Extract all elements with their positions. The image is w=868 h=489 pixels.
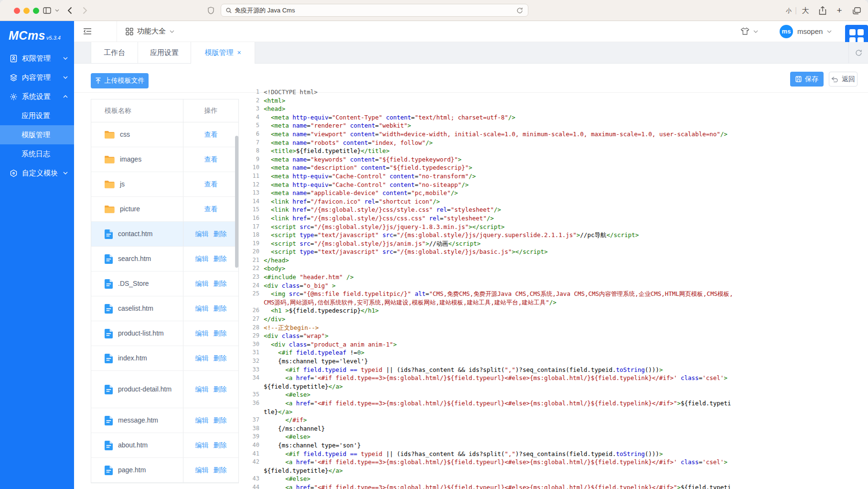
table-row-product-list.htm[interactable]: product-list.htm编辑删除 — [91, 321, 238, 346]
app-menu-trigger[interactable]: 功能大全 — [126, 21, 174, 42]
sidebar-subitem-应用设置[interactable]: 应用设置 — [0, 106, 74, 125]
code-line-19[interactable]: 19 <script src="/{ms:global.style/}js/an… — [241, 239, 868, 248]
tab-工作台[interactable]: 工作台 — [91, 42, 138, 63]
delete-link[interactable]: 删除 — [214, 466, 227, 475]
text-larger-button[interactable]: 大 — [801, 0, 810, 21]
view-link[interactable]: 查看 — [204, 130, 218, 139]
code-line-44[interactable]: 44 <a href="<#if field.type==3>{ms:globa… — [241, 483, 868, 489]
sidebar-item-3[interactable]: 系统设置 — [0, 87, 74, 106]
sidebar-subitem-系统日志[interactable]: 系统日志 — [0, 144, 74, 163]
code-line-31[interactable]: 31 <#if field.typeleaf !=0> — [241, 348, 868, 357]
code-line-2[interactable]: 2<html> — [241, 97, 868, 105]
table-row-search.htm[interactable]: search.htm编辑删除 — [91, 247, 238, 272]
code-line-32[interactable]: 32 {ms:channel type='level'} — [241, 357, 868, 366]
code-line-34[interactable]: 34 <a href='<#if field.type==3>{ms:globa… — [241, 374, 868, 391]
table-row-caselist.htm[interactable]: caselist.htm编辑删除 — [91, 296, 238, 321]
edit-link[interactable]: 编辑 — [195, 329, 209, 338]
edit-link[interactable]: 编辑 — [195, 280, 209, 288]
edit-link[interactable]: 编辑 — [195, 354, 209, 363]
back-button[interactable]: 返回 — [829, 72, 857, 87]
sidebar-item-1[interactable]: 权限管理 — [0, 49, 74, 68]
code-line-40[interactable]: 40 {ms:channel type='son'} — [241, 441, 868, 450]
close-icon[interactable]: × — [237, 49, 241, 56]
code-line-7[interactable]: 7 <meta name="robots" content="index, fo… — [241, 139, 868, 147]
table-row-about.htm[interactable]: about.htm编辑删除 — [91, 433, 238, 458]
delete-link[interactable]: 删除 — [214, 230, 227, 239]
table-row-.DS_Store[interactable]: .DS_Store编辑删除 — [91, 272, 238, 296]
code-line-11[interactable]: 11 <meta http-equiv="Cache-Control" cont… — [241, 172, 868, 181]
code-line-4[interactable]: 4 <meta http-equiv="Content-Type" conten… — [241, 113, 868, 122]
code-line-20[interactable]: 20 <script type="text/javascript" src="/… — [241, 248, 868, 256]
code-line-39[interactable]: 39 <#else> — [241, 433, 868, 441]
browser-forward-button[interactable] — [80, 0, 90, 21]
browser-back-button[interactable] — [65, 0, 75, 21]
user-menu[interactable]: ms msopen — [780, 21, 832, 42]
code-line-36[interactable]: 36 <a href="<#if field.type==3>{ms:globa… — [241, 399, 868, 416]
code-line-9[interactable]: 9 <meta name="keywords" content="${field… — [241, 155, 868, 164]
code-line-14[interactable]: 14 <link href="/favicon.ico" rel="shortc… — [241, 197, 868, 206]
view-link[interactable]: 查看 — [204, 205, 218, 214]
tab-模版管理[interactable]: 模版管理× — [191, 42, 255, 63]
table-row-page.htm[interactable]: page.htm编辑删除 — [91, 458, 238, 483]
code-line-25[interactable]: 25 <img src="{@ms:file field.typelitpic/… — [241, 290, 868, 306]
delete-link[interactable]: 删除 — [214, 304, 227, 313]
code-line-27[interactable]: 27</div> — [241, 315, 868, 324]
delete-link[interactable]: 删除 — [214, 385, 227, 394]
code-line-12[interactable]: 12 <meta http-equiv="Cache-Control" cont… — [241, 181, 868, 189]
code-line-13[interactable]: 13 <meta name="applicable-device" conten… — [241, 189, 868, 197]
refresh-tab-button[interactable] — [848, 42, 868, 63]
code-line-6[interactable]: 6 <meta name="viewport" content="width=d… — [241, 130, 868, 139]
edit-link[interactable]: 编辑 — [195, 416, 209, 425]
code-line-42[interactable]: 42 <a href='<#if field.type==3>{ms:globa… — [241, 458, 868, 475]
theme-switcher[interactable] — [740, 21, 758, 42]
code-line-18[interactable]: 18 <script type="text/javascript" src="/… — [241, 231, 868, 239]
code-line-1[interactable]: 1<!DOCTYPE html> — [241, 88, 868, 97]
code-line-37[interactable]: 37 </#if> — [241, 416, 868, 424]
delete-link[interactable]: 删除 — [214, 354, 227, 363]
table-row-images[interactable]: images查看 — [91, 147, 238, 172]
window-minimize-button[interactable] — [23, 8, 30, 14]
edit-link[interactable]: 编辑 — [195, 304, 209, 313]
code-line-41[interactable]: 41 <#if field.typeid == typeid || (ids?h… — [241, 450, 868, 458]
code-line-15[interactable]: 15 <link href="/{ms:global.style/}css/st… — [241, 206, 868, 214]
chevron-down-icon[interactable] — [54, 0, 60, 21]
text-smaller-button[interactable]: 小 — [784, 0, 793, 21]
share-icon[interactable] — [818, 0, 827, 21]
file-list-scrollbar[interactable] — [235, 136, 238, 268]
code-line-38[interactable]: 38 {/ms:channel} — [241, 424, 868, 433]
upload-template-button[interactable]: 上传模板文件 — [91, 73, 149, 88]
browser-sidebar-toggle-icon[interactable] — [41, 0, 53, 21]
edit-link[interactable]: 编辑 — [195, 466, 209, 475]
code-line-17[interactable]: 17 <script src="/{ms:global.style/}js/jq… — [241, 223, 868, 231]
code-line-28[interactable]: 28<!--正文begin--> — [241, 324, 868, 332]
code-line-26[interactable]: 26 <h1 >${field.typedescrip}</h1> — [241, 306, 868, 315]
table-row-product-detail.htm[interactable]: product-detail.htm编辑删除 — [91, 371, 238, 408]
table-row-contact.htm[interactable]: contact.htm编辑删除 — [91, 222, 238, 247]
code-line-23[interactable]: 23<#include "header.htm" /> — [241, 273, 868, 282]
code-line-3[interactable]: 3<head> — [241, 105, 868, 113]
table-row-css[interactable]: css查看 — [91, 122, 238, 147]
sidebar-collapse-icon[interactable] — [83, 28, 92, 35]
view-link[interactable]: 查看 — [204, 180, 218, 189]
code-line-33[interactable]: 33 <#if field.typeid == typeid || (ids?h… — [241, 366, 868, 374]
edit-link[interactable]: 编辑 — [195, 230, 209, 239]
code-line-30[interactable]: 30 <div class="product_a anim anim-1"> — [241, 340, 868, 349]
new-tab-button[interactable]: + — [835, 0, 844, 21]
code-line-29[interactable]: 29<div class="wrap"> — [241, 332, 868, 340]
window-close-button[interactable] — [14, 8, 20, 14]
code-line-35[interactable]: 35 <#else> — [241, 391, 868, 399]
code-line-43[interactable]: 43 <#else> — [241, 475, 868, 483]
sidebar-item-4[interactable]: 自定义模块 — [0, 163, 74, 183]
window-zoom-button[interactable] — [33, 8, 39, 14]
edit-link[interactable]: 编辑 — [195, 385, 209, 394]
delete-link[interactable]: 删除 — [214, 329, 227, 338]
view-link[interactable]: 查看 — [204, 155, 218, 164]
template-code-editor[interactable]: 1<!DOCTYPE html>2<html>3<head>4 <meta ht… — [241, 86, 868, 489]
code-line-10[interactable]: 10 <meta name="description" content="${f… — [241, 163, 868, 172]
delete-link[interactable]: 删除 — [214, 441, 227, 450]
tab-应用设置[interactable]: 应用设置 — [138, 42, 191, 63]
code-line-24[interactable]: 24<div class="o_big" > — [241, 282, 868, 290]
table-row-picture[interactable]: picture查看 — [91, 197, 238, 222]
delete-link[interactable]: 删除 — [214, 280, 227, 288]
tab-overview-icon[interactable] — [851, 0, 862, 21]
